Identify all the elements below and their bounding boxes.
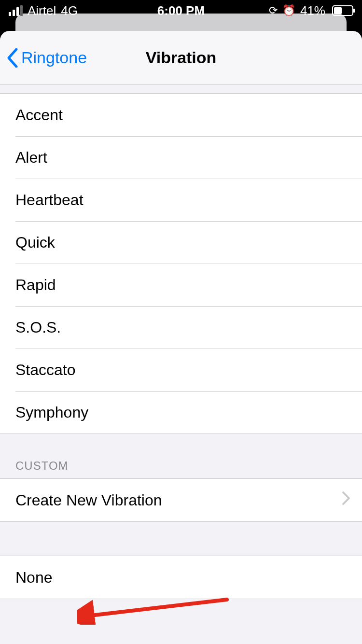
carrier-label: Airtel	[28, 3, 56, 18]
network-label: 4G	[61, 3, 78, 18]
back-label: Ringtone	[21, 48, 87, 67]
standard-vibration-list: Accent Alert Heartbeat Quick Rapid S.O.S…	[0, 94, 362, 434]
chevron-right-icon	[342, 491, 350, 509]
vibration-label: Staccato	[15, 361, 76, 379]
section-gap	[0, 522, 362, 556]
section-gap	[0, 85, 362, 94]
vibration-row-symphony[interactable]: Symphony	[0, 391, 362, 434]
vibration-label: Symphony	[15, 404, 88, 421]
vibration-label: Heartbeat	[15, 191, 84, 209]
custom-section-header: CUSTOM	[0, 434, 362, 478]
vibration-label: Quick	[15, 234, 55, 252]
vibration-row-alert[interactable]: Alert	[0, 136, 362, 179]
status-right: ⟳ ⏰ 41%	[269, 3, 353, 18]
settings-sheet: Ringtone Vibration Accent Alert Heartbea…	[0, 31, 362, 644]
signal-icon	[9, 5, 23, 16]
custom-list: Create New Vibration	[0, 478, 362, 522]
none-list: None	[0, 556, 362, 599]
vibration-row-staccato[interactable]: Staccato	[0, 349, 362, 391]
vibration-row-rapid[interactable]: Rapid	[0, 264, 362, 306]
orientation-lock-icon: ⟳	[269, 4, 278, 17]
create-new-vibration-row[interactable]: Create New Vibration	[0, 479, 362, 521]
vibration-label: Alert	[15, 149, 47, 167]
alarm-icon: ⏰	[282, 4, 295, 17]
vibration-none-label: None	[15, 569, 53, 587]
nav-bar: Ringtone Vibration	[0, 31, 362, 85]
back-button[interactable]: Ringtone	[0, 48, 87, 68]
vibration-row-heartbeat[interactable]: Heartbeat	[0, 179, 362, 221]
status-left: Airtel 4G	[9, 3, 78, 18]
vibration-label: S.O.S.	[15, 319, 61, 336]
vibration-row-accent[interactable]: Accent	[0, 94, 362, 136]
battery-icon	[330, 5, 353, 16]
vibration-row-quick[interactable]: Quick	[0, 221, 362, 264]
vibration-label: Accent	[15, 106, 63, 124]
vibration-row-none[interactable]: None	[0, 556, 362, 599]
chevron-left-icon	[7, 48, 18, 68]
battery-percent: 41%	[300, 3, 325, 18]
vibration-label: Rapid	[15, 276, 56, 294]
create-new-vibration-label: Create New Vibration	[15, 491, 162, 509]
vibration-row-sos[interactable]: S.O.S.	[0, 306, 362, 349]
bottom-fill	[0, 599, 362, 644]
